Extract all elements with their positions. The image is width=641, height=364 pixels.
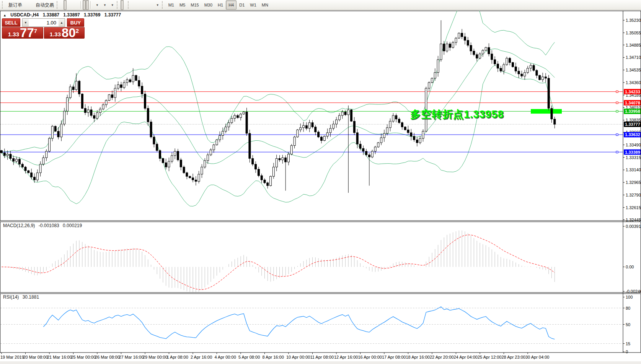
svg-text:0.003917: 0.003917 — [626, 224, 641, 229]
auto-scroll-button[interactable] — [83, 0, 86, 10]
toolbar-separator — [90, 1, 91, 9]
toolbar-grip — [2, 1, 4, 9]
chart-annotation-text[interactable]: 多空转折点1.33958 — [410, 107, 504, 121]
svg-text:100: 100 — [626, 295, 633, 299]
text-button[interactable]: A — [147, 0, 150, 10]
text-label-button[interactable]: T — [150, 0, 153, 10]
chevron-down-icon[interactable]: ▼ — [111, 3, 114, 7]
one-click-panel-toggle-icon[interactable]: ▲ — [3, 13, 7, 17]
periods-button[interactable]: ▼ — [100, 0, 108, 10]
autotrading-button[interactable]: 自动交易 — [33, 0, 55, 10]
svg-text:1.33490: 1.33490 — [626, 143, 641, 147]
tile-windows-button[interactable] — [76, 0, 79, 10]
price-badge-1.33958: 1.33958 — [624, 109, 641, 114]
buy-price-pip: 2 — [76, 28, 79, 34]
sell-price-display[interactable]: 1.33 77 7 — [2, 27, 43, 39]
line-chart-button[interactable] — [67, 0, 70, 10]
timeframe-button-M1[interactable]: M1 — [166, 0, 177, 10]
svg-text:1.32965: 1.32965 — [626, 180, 641, 185]
svg-text:16 Apr 00:00: 16 Apr 00:00 — [358, 355, 382, 359]
volume-input[interactable] — [29, 19, 59, 26]
svg-text:1.35055: 1.35055 — [626, 31, 641, 35]
chart-shift-button[interactable] — [86, 0, 89, 10]
svg-text:4 Apr 00:00: 4 Apr 00:00 — [215, 355, 236, 359]
svg-text:1.34233: 1.34233 — [625, 89, 640, 94]
trendline-button[interactable] — [138, 0, 141, 10]
macd-main-value: -0.001083 — [39, 223, 59, 228]
svg-text:19 Mar 2019: 19 Mar 2019 — [0, 355, 24, 359]
fibonacci-button[interactable]: F — [144, 0, 147, 10]
crosshair-button[interactable] — [124, 0, 127, 10]
macd-label: MACD(12,26,9) — [3, 223, 35, 228]
chevron-down-icon[interactable]: ▼ — [96, 3, 99, 7]
timeframe-button-M15[interactable]: M15 — [188, 0, 201, 10]
svg-text:1.32615: 1.32615 — [626, 205, 641, 210]
svg-text:21 Mar 16:00: 21 Mar 16:00 — [47, 355, 72, 359]
vertical-line-button[interactable] — [132, 0, 135, 10]
chevron-down-icon[interactable]: ▼ — [103, 3, 106, 7]
volume-increase-button[interactable]: ▲ — [59, 19, 65, 26]
zoom-in-button[interactable] — [70, 0, 73, 10]
metaeditor-button[interactable] — [24, 0, 27, 10]
status-strip — [0, 361, 641, 364]
svg-text:1.33958: 1.33958 — [625, 109, 640, 114]
svg-text:1.33777: 1.33777 — [625, 122, 640, 127]
chart-canvas[interactable]: 1.352301.350551.348851.347101.345351.343… — [0, 11, 641, 364]
svg-text:18 Apr 16:00: 18 Apr 16:00 — [406, 355, 430, 359]
timeframe-button-D1[interactable]: D1 — [237, 0, 247, 10]
price-badge-1.33632: 1.33632 — [624, 132, 641, 137]
candlestick-chart-button[interactable] — [64, 0, 67, 10]
bar-chart-button[interactable] — [60, 0, 64, 10]
svg-text:1.32445: 1.32445 — [626, 218, 641, 222]
svg-text:30 Apr 04:00: 30 Apr 04:00 — [525, 355, 549, 359]
svg-text:20 Mar 08:00: 20 Mar 08:00 — [23, 355, 48, 359]
symbol-ohlc-line: ▲ USDCAD-,H4 1.33887 1.33897 1.33769 1.3… — [3, 12, 124, 18]
new-order-button[interactable]: 新订单 — [6, 0, 24, 10]
signals-button[interactable] — [30, 0, 33, 10]
svg-text:1.33140: 1.33140 — [626, 167, 641, 172]
autotrading-button-label: 自动交易 — [36, 2, 54, 8]
svg-text:5 Apr 08:00: 5 Apr 08:00 — [238, 355, 260, 359]
timeframe-button-W1[interactable]: W1 — [247, 0, 259, 10]
templates-button[interactable]: ▼ — [108, 0, 116, 10]
chat-button[interactable] — [615, 0, 618, 10]
equidistant-channel-button[interactable]: E — [141, 0, 144, 10]
search-button[interactable] — [608, 0, 611, 10]
svg-text:8 Apr 16:00: 8 Apr 16:00 — [263, 355, 284, 359]
highlight-rectangle[interactable] — [531, 109, 562, 114]
chevron-down-icon[interactable]: ▼ — [156, 3, 159, 7]
toolbar-separator — [128, 1, 130, 9]
svg-text:26 Mar 08:00: 26 Mar 08:00 — [95, 355, 120, 359]
symbol-title: USDCAD-,H4 — [10, 12, 39, 18]
macd-label-line: MACD(12,26,9) -0.001083 0.000219 — [3, 223, 84, 228]
svg-text:17 Apr 08:00: 17 Apr 08:00 — [382, 355, 406, 359]
svg-text:1.35230: 1.35230 — [626, 18, 641, 23]
svg-text:1.33315: 1.33315 — [626, 155, 641, 160]
macd-signal-value: 0.000219 — [63, 223, 82, 228]
horizontal-line-button[interactable] — [135, 0, 138, 10]
timeframe-button-M30[interactable]: M30 — [202, 0, 215, 10]
svg-text:1.33389: 1.33389 — [625, 150, 640, 154]
macd-panel[interactable] — [0, 222, 641, 292]
svg-text:10 Apr 00:00: 10 Apr 00:00 — [286, 355, 310, 359]
timeframe-button-MN[interactable]: MN — [259, 0, 271, 10]
sell-button[interactable]: SELL — [2, 18, 20, 27]
cursor-button[interactable] — [121, 0, 124, 10]
svg-text:1.34535: 1.34535 — [626, 68, 641, 72]
rsi-value: 30.1881 — [23, 294, 39, 300]
toolbar-separator — [57, 1, 59, 9]
indicators-button[interactable]: ▼ — [93, 0, 100, 10]
arrows-button[interactable]: ▼ — [153, 0, 161, 10]
svg-text:50: 50 — [626, 322, 630, 327]
volume-decrease-button[interactable]: ▼ — [23, 19, 29, 26]
timeframe-button-H1[interactable]: H1 — [215, 0, 226, 10]
svg-text:11 Apr 08:00: 11 Apr 08:00 — [310, 355, 334, 359]
buy-price-prefix: 1.33 — [50, 31, 61, 37]
ohlc-close: 1.33777 — [104, 12, 121, 18]
buy-price-display[interactable]: 1.33 80 2 — [44, 27, 85, 39]
timeframe-button-M5[interactable]: M5 — [177, 0, 188, 10]
zoom-out-button[interactable] — [73, 0, 76, 10]
market-button[interactable] — [27, 0, 30, 10]
svg-text:15: 15 — [626, 341, 630, 346]
timeframe-button-H4[interactable]: H4 — [226, 0, 237, 10]
